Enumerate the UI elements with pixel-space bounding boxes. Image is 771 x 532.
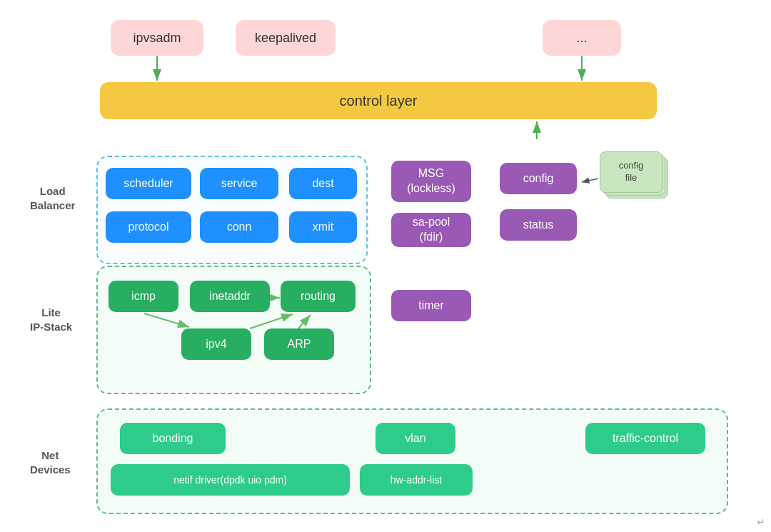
config-file-stack: configfile (600, 151, 671, 203)
conn-box: conn (200, 211, 278, 243)
protocol-box: protocol (106, 211, 191, 243)
routing-box: routing (281, 281, 356, 312)
vlan-box: vlan (376, 423, 455, 454)
status-box: status (500, 209, 577, 241)
service-box: service (200, 168, 278, 199)
ipvsadm-box: ipvsadm (111, 20, 203, 56)
config-box: config (500, 163, 577, 194)
scheduler-box: scheduler (106, 168, 191, 199)
traffic-control-box: traffic-control (585, 423, 705, 454)
load-balancer-label: LoadBalancer (30, 184, 75, 212)
lite-ip-stack-label: LiteIP-Stack (30, 306, 72, 333)
hw-addr-list-box: hw-addr-list (360, 464, 473, 496)
msg-lockless-box: MSG(lockless) (391, 161, 471, 202)
ipv4-box: ipv4 (181, 328, 251, 360)
ellipsis-box: ... (543, 20, 621, 56)
inetaddr-box: inetaddr (190, 281, 270, 312)
net-devices-label: NetDevices (30, 448, 71, 476)
diagram-container: ipvsadm keepalived ... control layer Loa… (0, 0, 771, 532)
control-layer: control layer (100, 82, 657, 119)
resize-icon[interactable]: ↵ (757, 516, 765, 528)
netif-driver-box: netif driver(dpdk uio pdm) (111, 464, 350, 496)
xmit-box: xmit (289, 211, 357, 243)
dest-box: dest (289, 168, 357, 199)
sa-pool-fdir-box: sa-pool(fdir) (391, 213, 471, 247)
icmp-box: icmp (109, 281, 178, 312)
keepalived-box: keepalived (236, 20, 336, 56)
bonding-box: bonding (120, 423, 226, 454)
arp-box: ARP (264, 328, 334, 360)
svg-line-6 (582, 179, 598, 182)
timer-box: timer (391, 290, 471, 321)
